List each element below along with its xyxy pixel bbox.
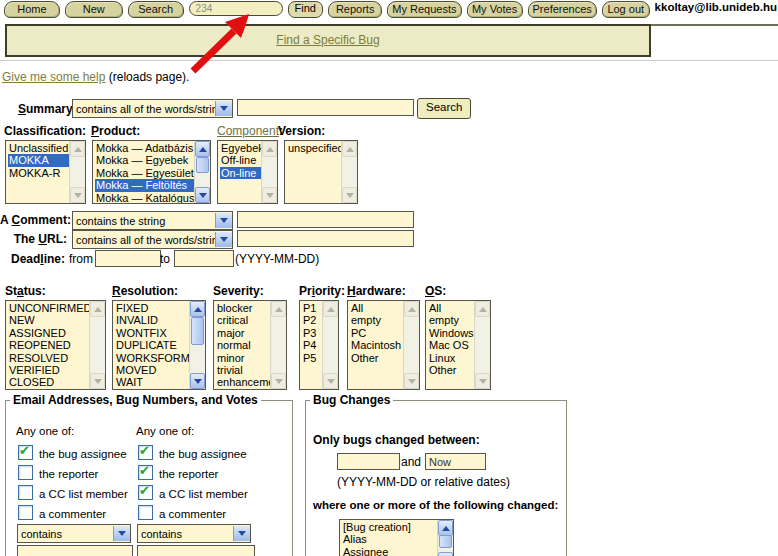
- scrollbar[interactable]: [194, 141, 210, 203]
- email-match-select-2[interactable]: contains: [137, 524, 251, 543]
- preferences-button[interactable]: Preferences: [528, 1, 597, 18]
- url-match-select[interactable]: contains all of the words/strings: [72, 230, 233, 249]
- list-item[interactable]: All: [350, 302, 403, 314]
- changed-to-input[interactable]: [425, 453, 486, 470]
- summary-input[interactable]: [237, 99, 414, 116]
- list-item[interactable]: Egyebek: [220, 142, 261, 154]
- scrollbar[interactable]: [403, 301, 419, 389]
- search-button-top[interactable]: Search: [128, 1, 184, 18]
- list-item[interactable]: P1: [302, 302, 322, 314]
- cc-list-checkbox-1[interactable]: ✔: [18, 485, 33, 500]
- comment-input[interactable]: [237, 211, 414, 228]
- summary-match-select[interactable]: contains all of the words/strings: [72, 99, 233, 118]
- bug-assignee-checkbox-1[interactable]: ✔: [18, 445, 33, 460]
- severity-listbox[interactable]: blockercriticalmajornormalminortrivialen…: [213, 300, 287, 390]
- list-item[interactable]: Alias: [342, 533, 437, 545]
- list-item[interactable]: PC: [350, 327, 403, 339]
- list-item[interactable]: Unclassified: [8, 142, 69, 154]
- commenter-checkbox-1[interactable]: ✔: [18, 505, 33, 520]
- list-item[interactable]: All: [428, 302, 474, 314]
- scrollbar[interactable]: [437, 520, 453, 556]
- list-item[interactable]: Other: [428, 364, 474, 376]
- quicksearch-input[interactable]: [189, 1, 283, 16]
- status-listbox[interactable]: UNCONFIRMEDNEWASSIGNEDREOPENEDRESOLVEDVE…: [5, 300, 106, 390]
- scrollbar[interactable]: [69, 141, 85, 203]
- list-item[interactable]: Mokka — Egyesület: [95, 167, 194, 179]
- list-item[interactable]: critical: [216, 314, 270, 326]
- list-item[interactable]: On-line: [220, 167, 261, 179]
- find-specific-bug-link[interactable]: Find a Specific Bug: [276, 33, 379, 47]
- list-item[interactable]: P4: [302, 339, 322, 351]
- resolution-listbox[interactable]: FIXEDINVALIDWONTFIXDUPLICATEWORKSFORMEMO…: [112, 300, 206, 390]
- list-item[interactable]: empty: [428, 314, 474, 326]
- reporter-checkbox-1[interactable]: ✔: [18, 465, 33, 480]
- scrollbar[interactable]: [270, 301, 286, 389]
- list-item[interactable]: P3: [302, 327, 322, 339]
- list-item[interactable]: INVALID: [115, 314, 189, 326]
- component-listbox[interactable]: EgyebekOff-lineOn-line: [217, 140, 278, 204]
- list-item[interactable]: Mokka — Feltöltés: [95, 179, 194, 191]
- list-item[interactable]: Macintosh: [350, 339, 403, 351]
- scrollbar[interactable]: [261, 141, 277, 203]
- list-item[interactable]: enhancement: [216, 376, 270, 388]
- list-item[interactable]: Mokka — Egyebek: [95, 154, 194, 166]
- list-item[interactable]: blocker: [216, 302, 270, 314]
- bug-assignee-checkbox-2[interactable]: ✔: [138, 445, 153, 460]
- list-item[interactable]: REOPENED: [8, 339, 89, 351]
- list-item[interactable]: MOKKA-R: [8, 167, 69, 179]
- version-listbox[interactable]: unspecified: [284, 140, 358, 204]
- list-item[interactable]: Other: [350, 352, 403, 364]
- list-item[interactable]: empty: [350, 314, 403, 326]
- deadline-to-input[interactable]: [174, 250, 234, 267]
- hardware-listbox[interactable]: AllemptyPCMacintoshOther: [347, 300, 420, 390]
- list-item[interactable]: P5: [302, 352, 322, 364]
- list-item[interactable]: WONTFIX: [115, 327, 189, 339]
- list-item[interactable]: Off-line: [220, 154, 261, 166]
- list-item[interactable]: MOVED: [115, 364, 189, 376]
- logout-button[interactable]: Log out: [602, 1, 650, 18]
- list-item[interactable]: DUPLICATE: [115, 339, 189, 351]
- list-item[interactable]: Assignee: [342, 546, 437, 556]
- email-input-2[interactable]: [137, 545, 255, 556]
- list-item[interactable]: Mokka — Katalógus: [95, 192, 194, 203]
- classification-listbox[interactable]: UnclassifiedMOKKAMOKKA-R: [5, 140, 86, 204]
- list-item[interactable]: Mokka — Adatbázis: [95, 142, 194, 154]
- scrollbar[interactable]: [89, 301, 105, 389]
- search-submit-button[interactable]: Search: [417, 98, 471, 119]
- list-item[interactable]: normal: [216, 339, 270, 351]
- changed-fields-listbox[interactable]: [Bug creation]AliasAssigneeCC list acces…: [339, 519, 454, 556]
- reporter-checkbox-2[interactable]: ✔: [138, 465, 153, 480]
- list-item[interactable]: minor: [216, 352, 270, 364]
- list-item[interactable]: unspecified: [287, 142, 341, 154]
- scrollbar[interactable]: [341, 141, 357, 203]
- list-item[interactable]: [Bug creation]: [342, 521, 437, 533]
- list-item[interactable]: VERIFIED: [8, 364, 89, 376]
- cc-list-checkbox-2[interactable]: ✔: [138, 485, 153, 500]
- list-item[interactable]: Mac OS: [428, 339, 474, 351]
- component-link[interactable]: Component: [217, 124, 279, 138]
- list-item[interactable]: CLOSED: [8, 376, 89, 388]
- email-input-1[interactable]: [17, 545, 133, 556]
- list-item[interactable]: Linux: [428, 352, 474, 364]
- my-votes-button[interactable]: My Votes: [467, 1, 523, 18]
- list-item[interactable]: FIXED: [115, 302, 189, 314]
- email-match-select-1[interactable]: contains: [17, 524, 131, 543]
- product-listbox[interactable]: Mokka — AdatbázisMokka — EgyebekMokka — …: [92, 140, 211, 204]
- list-item[interactable]: MOKKA: [8, 154, 69, 166]
- list-item[interactable]: major: [216, 327, 270, 339]
- list-item[interactable]: P2: [302, 314, 322, 326]
- list-item[interactable]: Windows: [428, 327, 474, 339]
- reports-button[interactable]: Reports: [328, 1, 382, 18]
- home-button[interactable]: Home: [4, 1, 60, 18]
- scrollbar[interactable]: [474, 301, 490, 389]
- list-item[interactable]: UNCONFIRMED: [8, 302, 89, 314]
- find-button[interactable]: Find: [288, 1, 323, 18]
- os-listbox[interactable]: AllemptyWindowsMac OSLinuxOther: [425, 300, 491, 390]
- new-button[interactable]: New: [65, 1, 123, 18]
- commenter-checkbox-2[interactable]: ✔: [138, 505, 153, 520]
- scrollbar[interactable]: [322, 301, 338, 389]
- url-input[interactable]: [237, 230, 414, 247]
- list-item[interactable]: NEW: [8, 314, 89, 326]
- scrollbar[interactable]: [189, 301, 205, 389]
- comment-match-select[interactable]: contains the string: [72, 211, 233, 230]
